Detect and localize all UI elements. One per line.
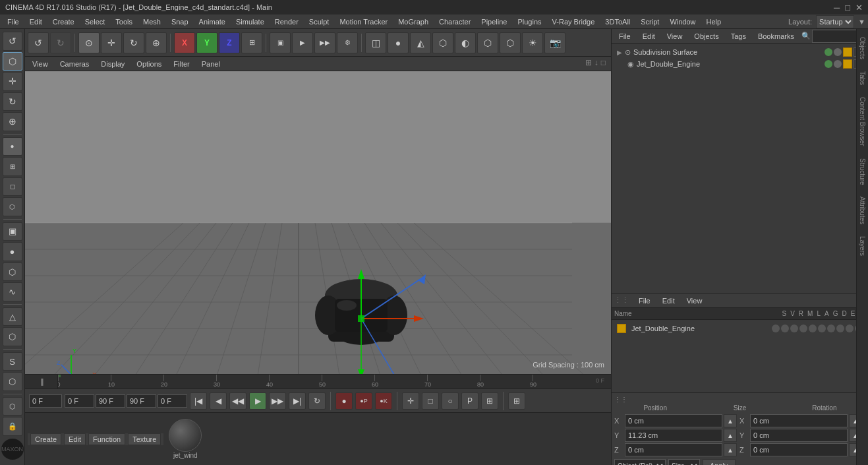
start-frame-input[interactable] — [65, 394, 94, 408]
render-settings-btn[interactable]: ⚙ — [337, 32, 358, 53]
end-frame-input[interactable] — [96, 394, 125, 408]
pos-y-up[interactable]: ▲ — [724, 429, 737, 442]
tab-content-browser[interactable]: Content Browser — [857, 92, 867, 151]
menu-vray[interactable]: V-Ray Bridge — [548, 16, 600, 27]
timeline-btn[interactable]: ⊞ — [508, 392, 525, 410]
pos-z-input[interactable] — [625, 443, 722, 456]
size-x-input[interactable] — [750, 414, 848, 427]
size-mode-select[interactable]: Size Scale — [668, 459, 700, 465]
viewport[interactable]: Perspective — [25, 71, 611, 374]
edit-material-btn[interactable]: Edit — [64, 433, 86, 445]
obj-view[interactable]: View — [662, 31, 687, 42]
vp-icon-2[interactable]: ↓ — [594, 58, 598, 67]
layout-select[interactable]: Startup — [816, 15, 854, 28]
points-mode[interactable]: ● — [3, 137, 22, 156]
prev-frame-btn[interactable]: ◀ — [210, 392, 227, 410]
tab-attributes[interactable]: Attributes — [857, 191, 867, 230]
go-start-btn[interactable]: |◀ — [190, 392, 207, 410]
redo-btn[interactable]: ↻ — [50, 32, 71, 53]
menu-character[interactable]: Character — [434, 16, 475, 27]
motion-path-btn[interactable]: ✛ — [402, 392, 419, 410]
pen-tool[interactable]: △ — [3, 307, 22, 326]
move-btn[interactable]: ✛ — [101, 32, 122, 53]
attr-edit[interactable]: Edit — [658, 295, 680, 306]
timeline-area[interactable]: 0 10 20 30 40 50 60 70 80 90 0 F — [58, 375, 611, 389]
vp-filter[interactable]: Filter — [169, 59, 194, 69]
obj-row-jet[interactable]: ◉ Jet_Double_Engine T — [614, 58, 865, 70]
camera-btn[interactable]: 📷 — [544, 32, 565, 53]
play-btn[interactable]: ▶ — [249, 392, 266, 410]
grid-tool[interactable]: ⬡ — [3, 397, 22, 416]
create-material-btn[interactable]: Create — [30, 433, 61, 445]
edges-mode[interactable]: ⊞ — [3, 157, 22, 176]
menu-script[interactable]: Script — [636, 16, 664, 27]
menu-simulate[interactable]: Simulate — [231, 16, 269, 27]
vp-cameras[interactable]: Cameras — [55, 59, 94, 69]
menu-plugins[interactable]: Plugins — [513, 16, 546, 27]
rotate-btn[interactable]: ↻ — [123, 32, 144, 53]
render-btn[interactable]: ▶▶ — [314, 32, 335, 53]
world-btn[interactable]: ⊞ — [241, 32, 262, 53]
knife-tool[interactable]: ⬡ — [3, 327, 22, 346]
apply-btn[interactable]: Apply — [703, 459, 736, 465]
prev-btn[interactable]: ◀◀ — [229, 392, 246, 410]
vp-display[interactable]: Display — [96, 59, 129, 69]
close-btn[interactable]: ✕ — [855, 3, 863, 13]
cylinder-tool[interactable]: ⬡ — [3, 263, 22, 282]
vp-panel[interactable]: Panel — [197, 59, 225, 69]
record-pos-btn[interactable]: ●P — [355, 392, 372, 410]
expand-icon[interactable]: ▶ — [617, 49, 622, 56]
obj-row-subdivision[interactable]: ▶ ⊙ Subdivision Surface T — [614, 46, 865, 58]
vp-view[interactable]: View — [28, 59, 53, 69]
obj-color-swatch[interactable] — [843, 47, 852, 57]
object-mode[interactable]: ⬡ — [3, 197, 22, 216]
object-btn[interactable]: ⬡ — [477, 32, 498, 53]
render-view-btn[interactable]: ▶ — [292, 32, 313, 53]
record-key-btn[interactable]: ●K — [375, 392, 392, 410]
menu-help[interactable]: Help — [702, 16, 726, 27]
render-region-btn[interactable]: ▣ — [270, 32, 291, 53]
circle-btn[interactable]: ● — [388, 32, 409, 53]
cube-tool[interactable]: ▣ — [3, 222, 22, 241]
floor-btn[interactable]: ◫ — [365, 32, 386, 53]
lock-tool[interactable]: 🔒 — [3, 417, 22, 436]
menu-edit[interactable]: Edit — [25, 16, 47, 27]
pos-z-up[interactable]: ▲ — [724, 443, 737, 456]
size-z-input[interactable] — [750, 443, 848, 456]
rotate-tool[interactable]: ↻ — [3, 92, 22, 111]
material-btn[interactable]: ⬡ — [500, 32, 521, 53]
key-scale-btn[interactable]: P — [461, 392, 478, 410]
spline-tool[interactable]: ∿ — [3, 282, 22, 301]
menu-3dtoall[interactable]: 3DToAll — [600, 16, 635, 27]
function-material-btn[interactable]: Function — [88, 433, 125, 445]
record-btn[interactable]: ● — [335, 392, 353, 410]
vp-icon-1[interactable]: ⊞ — [585, 58, 592, 67]
vp-icon-3[interactable]: □ — [601, 58, 606, 67]
undo-btn[interactable]: ↺ — [28, 32, 49, 53]
menu-snap[interactable]: Snap — [167, 16, 193, 27]
vp-options[interactable]: Options — [132, 59, 166, 69]
sky-btn[interactable]: ◐ — [455, 32, 476, 53]
x-axis-btn[interactable]: X — [174, 32, 195, 53]
coord-mode-select[interactable]: Object (Rel) World Object (Abs) — [614, 459, 666, 465]
deformer-btn[interactable]: ⬡ — [432, 32, 453, 53]
cone-btn[interactable]: ◭ — [410, 32, 431, 53]
key-select-btn[interactable]: □ — [422, 392, 439, 410]
go-end-btn[interactable]: ▶| — [289, 392, 306, 410]
obj-bookmarks[interactable]: Bookmarks — [753, 31, 799, 42]
material-item[interactable]: jet_wind — [169, 419, 202, 459]
texture-material-btn[interactable]: Texture — [128, 433, 161, 445]
obj-objects[interactable]: Objects — [689, 31, 723, 42]
current-frame-input[interactable] — [29, 394, 62, 408]
layout-arrow[interactable]: ▼ — [858, 18, 865, 26]
key-all-btn[interactable]: ⊞ — [481, 392, 498, 410]
light-btn[interactable]: ☀ — [522, 32, 543, 53]
scale-btn[interactable]: ⊕ — [146, 32, 167, 53]
menu-pipeline[interactable]: Pipeline — [477, 16, 511, 27]
jet-color-swatch[interactable] — [843, 59, 852, 69]
sphere-tool[interactable]: ● — [3, 242, 22, 261]
minimize-btn[interactable]: ─ — [834, 3, 840, 13]
attr-row-jet[interactable]: Jet_Double_Engine — [614, 323, 865, 334]
menu-animate[interactable]: Animate — [194, 16, 230, 27]
obj-edit[interactable]: Edit — [638, 31, 660, 42]
